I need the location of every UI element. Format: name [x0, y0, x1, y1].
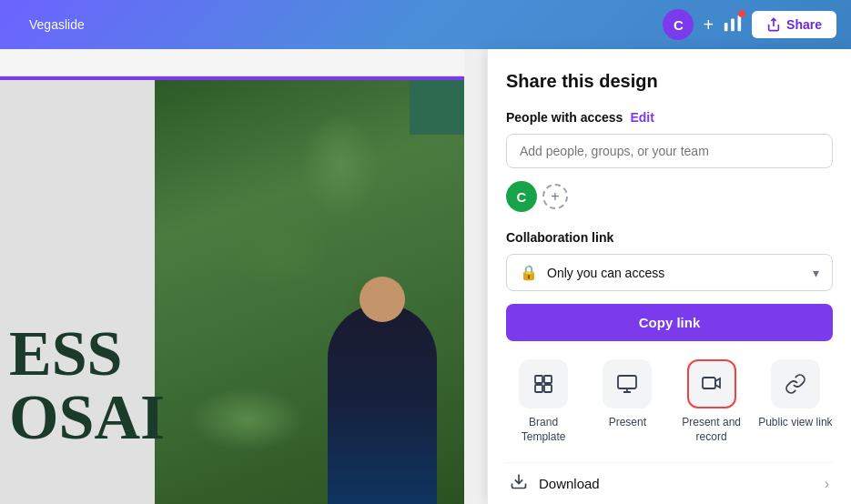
add-person-button[interactable]: + — [542, 184, 568, 209]
public-view-icon — [771, 359, 820, 408]
share-panel: Share this design People with access Edi… — [487, 49, 851, 504]
download-label: Download — [539, 476, 814, 491]
canvas-text: ESS OSAI — [9, 322, 165, 449]
svg-rect-0 — [724, 23, 728, 31]
svg-rect-8 — [703, 378, 715, 388]
download-icon — [510, 472, 528, 495]
brand-template-action[interactable]: Brand Template — [506, 359, 581, 444]
svg-rect-3 — [535, 376, 542, 383]
people-label: People with access — [506, 110, 623, 125]
present-label: Present — [609, 416, 646, 430]
svg-rect-7 — [618, 376, 636, 388]
canvas-content: ESS OSAI — [0, 80, 464, 504]
notification-dot — [738, 10, 745, 17]
svg-rect-2 — [738, 15, 742, 31]
present-icon — [603, 359, 652, 408]
brand-template-icon — [519, 359, 568, 408]
svg-rect-5 — [535, 385, 542, 392]
add-button[interactable]: + — [703, 15, 714, 35]
present-record-label: Present and record — [674, 416, 749, 444]
panel-title: Share this design — [506, 71, 833, 92]
lock-icon: 🔒 — [520, 264, 538, 281]
present-record-icon — [687, 359, 736, 408]
canvas-toolbar — [0, 49, 464, 76]
svg-rect-4 — [544, 376, 552, 383]
share-button[interactable]: Share — [752, 11, 836, 38]
svg-rect-6 — [544, 385, 552, 392]
topbar: Vegaslide C + Share — [0, 0, 851, 49]
edit-button[interactable]: Edit — [630, 110, 653, 125]
download-chevron-icon: › — [825, 476, 829, 492]
analytics-icon[interactable] — [723, 13, 743, 36]
collab-label: Collaboration link — [506, 230, 833, 245]
actions-grid: Brand Template Present Present and recor… — [506, 359, 833, 444]
copy-link-button[interactable]: Copy link — [506, 304, 833, 341]
access-text: Only you can access — [547, 266, 804, 280]
present-action[interactable]: Present — [590, 359, 664, 444]
app-title: Vegaslide — [29, 17, 85, 32]
people-access-row: People with access Edit — [506, 110, 833, 125]
user-avatar: C — [663, 9, 694, 40]
present-record-action[interactable]: Present and record — [674, 359, 749, 444]
canvas-area: ESS OSAI — [0, 49, 464, 504]
public-view-action[interactable]: Public view link — [758, 359, 833, 444]
avatar-row: C + — [506, 181, 833, 212]
current-user-avatar: C — [506, 181, 537, 212]
green-rectangle — [410, 80, 464, 135]
chevron-down-icon: ▾ — [813, 266, 819, 280]
brand-template-label: Brand Template — [506, 416, 581, 444]
person-figure — [328, 304, 437, 504]
svg-rect-1 — [731, 18, 734, 31]
people-input[interactable] — [506, 134, 833, 168]
access-dropdown[interactable]: 🔒 Only you can access ▾ — [506, 254, 833, 291]
person-head — [360, 277, 405, 322]
download-row[interactable]: Download › — [506, 462, 833, 504]
public-view-label: Public view link — [758, 416, 832, 430]
